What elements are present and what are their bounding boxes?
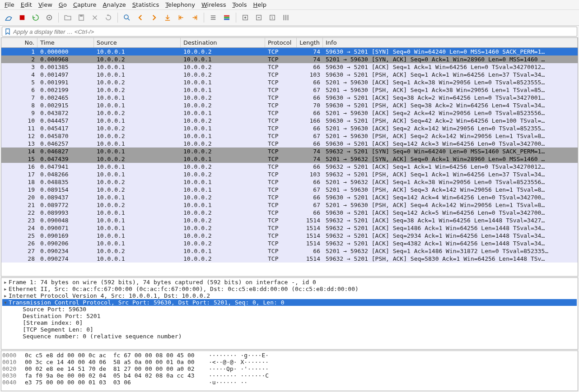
packet-list-body[interactable]: 10.00000010.0.0.110.0.0.2TCP7459630 → 52… bbox=[1, 48, 578, 276]
col-protocol[interactable]: Protocol bbox=[265, 38, 297, 47]
packet-row[interactable]: 30.00138510.0.0.110.0.0.2TCP6659630 → 52… bbox=[1, 63, 578, 71]
svg-rect-14 bbox=[224, 17, 229, 18]
hex-row[interactable]: 00000c c5 e8 dd 00 00 0c ac fc 67 00 00 … bbox=[2, 352, 577, 359]
packet-row[interactable]: 130.04625710.0.0.110.0.0.2TCP6659630 → 5… bbox=[1, 140, 578, 148]
colorize-button[interactable] bbox=[221, 12, 233, 23]
open-file-button[interactable] bbox=[62, 12, 74, 23]
close-file-button[interactable] bbox=[89, 12, 101, 23]
packet-row[interactable]: 220.08999310.0.0.110.0.0.2TCP6659630 → 5… bbox=[1, 209, 578, 217]
packet-row[interactable]: 10.00000010.0.0.110.0.0.2TCP7459630 → 52… bbox=[1, 48, 578, 55]
packet-row[interactable]: 270.09023410.0.0.210.0.0.1TCP665201 → 59… bbox=[1, 247, 578, 255]
detail-line[interactable]: ▾Transmission Control Protocol, Src Port… bbox=[2, 299, 577, 306]
packet-row[interactable]: 180.04883510.0.0.210.0.0.1TCP665201 → 59… bbox=[1, 178, 578, 186]
menu-tools[interactable]: Tools bbox=[232, 1, 247, 8]
display-filter-bar[interactable] bbox=[2, 27, 577, 37]
packet-row[interactable]: 260.09020610.0.0.110.0.0.2TCP151459632 →… bbox=[1, 240, 578, 247]
svg-text:1: 1 bbox=[271, 16, 274, 20]
display-filter-input[interactable] bbox=[13, 28, 575, 35]
packet-row[interactable]: 90.04387210.0.0.210.0.0.1TCP665201 → 596… bbox=[1, 109, 578, 117]
col-source[interactable]: Source bbox=[94, 38, 181, 47]
detail-line[interactable]: Sequence number: 0 (relative sequence nu… bbox=[2, 333, 577, 340]
go-first-button[interactable] bbox=[175, 12, 187, 23]
restart-capture-button[interactable] bbox=[30, 12, 42, 23]
menu-file[interactable]: File bbox=[5, 1, 14, 8]
packet-row[interactable]: 200.08943710.0.0.110.0.0.2TCP6659630 → 5… bbox=[1, 194, 578, 201]
detail-line[interactable]: Destination Port: 5201 bbox=[2, 313, 577, 319]
svg-rect-13 bbox=[224, 15, 229, 17]
auto-scroll-button[interactable] bbox=[207, 12, 219, 23]
bookmark-icon[interactable] bbox=[4, 28, 11, 35]
packet-row[interactable]: 210.08977210.0.0.210.0.0.1TCP675201 → 59… bbox=[1, 201, 578, 209]
menubar: FileEditViewGoCaptureAnalyzeStatisticsTe… bbox=[0, 0, 579, 10]
zoom-in-button[interactable] bbox=[239, 12, 251, 23]
packet-details[interactable]: ▸Frame 1: 74 bytes on wire (592 bits), 7… bbox=[1, 277, 578, 350]
packet-row[interactable]: 100.04445710.0.0.110.0.0.2TCP16659630 → … bbox=[1, 117, 578, 125]
capture-options-button[interactable] bbox=[43, 12, 55, 23]
detail-line[interactable]: [TCP Segment Len: 0] bbox=[2, 326, 577, 333]
menu-capture[interactable]: Capture bbox=[73, 1, 97, 8]
hex-row[interactable]: 0040e3 75 00 00 00 00 01 03 03 06 ·u····… bbox=[2, 379, 577, 386]
toolbar: 1 bbox=[0, 10, 579, 26]
jump-to-button[interactable] bbox=[162, 12, 173, 23]
packet-row[interactable]: 120.04587010.0.0.210.0.0.1TCP675201 → 59… bbox=[1, 132, 578, 140]
packet-row[interactable]: 70.00246510.0.0.110.0.0.2TCP6659630 → 52… bbox=[1, 94, 578, 101]
detail-line[interactable]: ▸Frame 1: 74 bytes on wire (592 bits), 7… bbox=[2, 279, 577, 286]
menu-go[interactable]: Go bbox=[59, 1, 67, 8]
packet-row[interactable]: 150.04743910.0.0.210.0.0.1TCP745201 → 59… bbox=[1, 155, 578, 163]
shark-fin-icon[interactable] bbox=[3, 12, 14, 23]
menu-edit[interactable]: Edit bbox=[21, 1, 32, 8]
svg-rect-0 bbox=[20, 15, 25, 20]
zoom-reset-button[interactable]: 1 bbox=[266, 12, 278, 23]
stop-capture-button[interactable] bbox=[16, 12, 28, 23]
go-last-button[interactable] bbox=[189, 12, 201, 23]
packet-row[interactable]: 40.00149710.0.0.110.0.0.2TCP10359630 → 5… bbox=[1, 71, 578, 78]
packet-list: No. Time Source Destination Protocol Len… bbox=[1, 37, 578, 277]
packet-row[interactable]: 60.00219910.0.0.210.0.0.1TCP675201 → 596… bbox=[1, 86, 578, 94]
reload-button[interactable] bbox=[103, 12, 114, 23]
packet-row[interactable]: 250.09016910.0.0.110.0.0.2TCP151459632 →… bbox=[1, 232, 578, 240]
packet-row[interactable]: 280.09027410.0.0.110.0.0.2TCP151459632 →… bbox=[1, 255, 578, 263]
menu-view[interactable]: View bbox=[38, 1, 52, 8]
zoom-out-button[interactable] bbox=[253, 12, 265, 23]
menu-wireless[interactable]: Wireless bbox=[201, 1, 226, 8]
svg-line-6 bbox=[128, 18, 130, 20]
svg-rect-15 bbox=[224, 18, 229, 20]
packet-row[interactable]: 160.04794110.0.0.110.0.0.2TCP6659632 → 5… bbox=[1, 163, 578, 171]
go-back-button[interactable] bbox=[135, 12, 146, 23]
packet-row[interactable]: 110.04541710.0.0.210.0.0.1TCP665201 → 59… bbox=[1, 125, 578, 132]
col-length[interactable]: Length bbox=[297, 38, 323, 47]
packet-row[interactable]: 80.00291510.0.0.110.0.0.2TCP7059630 → 52… bbox=[1, 101, 578, 109]
detail-line[interactable]: [Stream index: 0] bbox=[2, 319, 577, 326]
detail-line[interactable]: ▸Ethernet II, Src: 0c:ac:fc:67:00:00 (0c… bbox=[2, 286, 577, 292]
resize-columns-button[interactable] bbox=[280, 12, 292, 23]
svg-rect-4 bbox=[80, 15, 83, 17]
packet-row[interactable]: 140.04682710.0.0.110.0.0.2TCP7459632 → 5… bbox=[1, 148, 578, 155]
svg-point-5 bbox=[124, 15, 128, 19]
detail-line[interactable]: ▸Internet Protocol Version 4, Src: 10.0.… bbox=[2, 292, 577, 299]
menu-telephony[interactable]: Telephony bbox=[165, 1, 195, 8]
col-time[interactable]: Time bbox=[37, 38, 94, 47]
hex-row[interactable]: 002000 02 e8 ee 14 51 70 de 81 27 00 00 … bbox=[2, 365, 577, 372]
packet-row[interactable]: 50.00199110.0.0.210.0.0.1TCP665201 → 596… bbox=[1, 78, 578, 86]
menu-help[interactable]: Help bbox=[253, 1, 266, 8]
go-forward-button[interactable] bbox=[148, 12, 160, 23]
save-file-button[interactable] bbox=[75, 12, 87, 23]
find-button[interactable] bbox=[121, 12, 133, 23]
col-no[interactable]: No. bbox=[1, 38, 37, 47]
packet-bytes[interactable]: 00000c c5 e8 dd 00 00 0c ac fc 67 00 00 … bbox=[1, 350, 578, 391]
packet-row[interactable]: 20.00096810.0.0.210.0.0.1TCP745201 → 596… bbox=[1, 55, 578, 63]
svg-point-2 bbox=[49, 17, 50, 18]
packet-row[interactable]: 240.09007110.0.0.110.0.0.2TCP151459632 →… bbox=[1, 224, 578, 232]
col-info[interactable]: Info bbox=[323, 38, 578, 47]
menu-analyze[interactable]: Analyze bbox=[103, 1, 126, 8]
hex-row[interactable]: 0030fa f0 9a 0e 00 00 02 04 05 b4 04 02 … bbox=[2, 372, 577, 379]
hex-row[interactable]: 001000 3c ce 14 40 00 40 06 58 a5 0a 00 … bbox=[2, 359, 577, 365]
packet-row[interactable]: 190.08915410.0.0.210.0.0.1TCP675201 → 59… bbox=[1, 186, 578, 194]
menu-statistics[interactable]: Statistics bbox=[132, 1, 159, 8]
packet-row[interactable]: 170.04826610.0.0.110.0.0.2TCP10359632 → … bbox=[1, 171, 578, 178]
detail-line[interactable]: Source Port: 59630 bbox=[2, 306, 577, 313]
packet-list-header[interactable]: No. Time Source Destination Protocol Len… bbox=[1, 38, 578, 48]
packet-row[interactable]: 230.09004810.0.0.110.0.0.2TCP151459632 →… bbox=[1, 217, 578, 224]
col-destination[interactable]: Destination bbox=[181, 38, 265, 47]
